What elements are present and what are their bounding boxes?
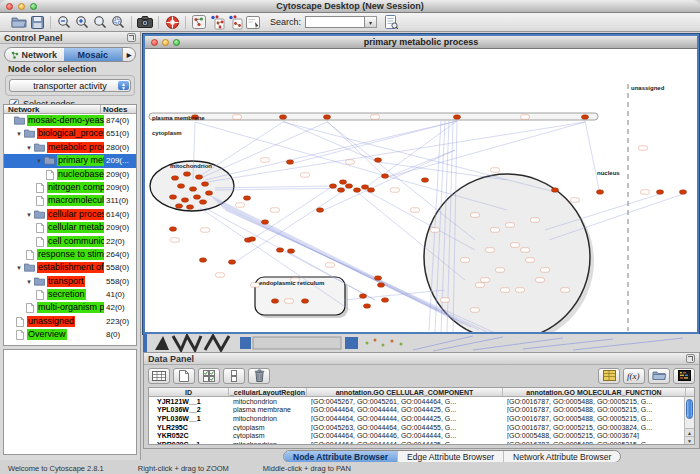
zoom-window-icon[interactable] <box>30 3 37 10</box>
network-node[interactable] <box>345 184 352 189</box>
node-color-dropdown[interactable]: transporter activity ▲▼ <box>9 79 131 92</box>
layout-b-icon[interactable] <box>226 14 244 30</box>
network-edge[interactable] <box>248 186 333 242</box>
table-row[interactable]: YDR039C__1mitochondrion[GO:0044464, GO:0… <box>149 440 694 445</box>
tab-network[interactable]: Network <box>5 48 64 61</box>
network-node[interactable] <box>551 188 558 193</box>
tree-row[interactable]: ▼transport558(0) <box>4 275 136 288</box>
frame-zoom-icon[interactable] <box>173 39 180 46</box>
network-node[interactable] <box>181 198 188 203</box>
close-window-icon[interactable] <box>6 3 13 10</box>
network-frame-titlebar[interactable]: primary metabolic process <box>145 36 697 49</box>
network-node[interactable] <box>287 249 294 254</box>
network-node[interactable] <box>183 172 190 177</box>
scroll-up-icon[interactable]: ▲ <box>685 428 694 436</box>
function-builder-icon[interactable]: f(x) <box>623 368 645 384</box>
network-edge[interactable] <box>197 122 283 178</box>
network-node[interactable] <box>271 299 278 304</box>
network-edge[interactable] <box>283 121 378 162</box>
network-node[interactable] <box>679 190 686 195</box>
attribute-matrix-icon[interactable] <box>673 368 695 384</box>
expand-triangle-icon[interactable]: ▼ <box>36 157 42 165</box>
network-node[interactable] <box>329 184 336 189</box>
network-node[interactable] <box>276 248 283 253</box>
table-row[interactable]: YKR052Ccytoplasm[GO:0044464, GO:0044446,… <box>149 431 694 440</box>
network-node[interactable] <box>421 178 428 183</box>
network-node[interactable] <box>656 190 663 195</box>
expand-triangle-icon[interactable]: ▼ <box>16 264 22 272</box>
network-edge[interactable] <box>201 122 327 178</box>
tree-row[interactable]: nucleobase-209(0) <box>4 168 136 181</box>
network-edge[interactable] <box>327 121 385 177</box>
zoom-out-icon[interactable] <box>55 14 73 30</box>
network-node[interactable] <box>353 188 360 193</box>
float-panel-icon[interactable] <box>127 33 136 42</box>
network-node[interactable] <box>201 182 208 187</box>
expand-triangle-icon[interactable]: ▼ <box>26 144 32 152</box>
search-input[interactable] <box>305 16 365 28</box>
tree-row[interactable]: multi-organism pro42(0) <box>4 301 136 314</box>
float-data-panel-icon[interactable] <box>686 354 695 363</box>
import-attributes-folder-icon[interactable] <box>648 368 670 384</box>
table-column-header[interactable]: annotation.GO CELLULAR_COMPONENT <box>307 388 503 396</box>
table-row[interactable]: YPL036W__1mitochondrion[GO:0044464, GO:0… <box>149 414 694 423</box>
network-node[interactable] <box>316 208 323 213</box>
attribute-select-icon[interactable] <box>148 368 170 384</box>
network-node[interactable] <box>363 304 370 309</box>
network-node[interactable] <box>195 175 202 180</box>
network-manager-icon[interactable] <box>190 14 208 30</box>
annotation-icon[interactable] <box>244 14 262 30</box>
network-node[interactable] <box>248 237 255 242</box>
snapshot-camera-icon[interactable] <box>136 14 154 30</box>
frame-close-icon[interactable] <box>151 39 158 46</box>
network-node[interactable] <box>286 160 293 165</box>
tree-row[interactable]: cellular metabol209(0) <box>4 221 136 234</box>
network-node[interactable] <box>453 115 460 120</box>
expand-triangle-icon[interactable]: ▼ <box>26 211 32 219</box>
network-node[interactable] <box>177 184 184 189</box>
network-node[interactable] <box>199 258 206 263</box>
network-canvas[interactable]: plasma membrane cytoplasm mitochondrion … <box>145 50 697 332</box>
network-node[interactable] <box>261 220 268 225</box>
search-dropdown-icon[interactable]: ▾ <box>365 16 377 28</box>
network-node[interactable] <box>189 187 196 192</box>
network-node[interactable] <box>301 299 308 304</box>
table-row[interactable]: YPL036W__2plasma membrane[GO:0044464, GO… <box>149 406 694 415</box>
network-node[interactable] <box>377 283 384 288</box>
tree-row[interactable]: ▼cellular process614(0) <box>4 208 136 221</box>
tree-row[interactable]: cell communicat22(0) <box>4 235 136 248</box>
network-node[interactable] <box>337 188 344 193</box>
network-edge[interactable] <box>283 122 555 192</box>
zoom-fit-icon[interactable] <box>91 14 109 30</box>
network-node[interactable] <box>323 115 330 120</box>
network-edge[interactable] <box>585 121 600 194</box>
expand-triangle-icon[interactable]: ▼ <box>26 278 32 286</box>
frame-minimize-icon[interactable] <box>162 39 169 46</box>
table-column-header[interactable]: _cellularLayoutRegion <box>229 388 307 396</box>
delete-attribute-trash-icon[interactable] <box>248 368 270 384</box>
network-node[interactable] <box>171 176 178 181</box>
scroll-down-icon[interactable]: ▼ <box>685 436 694 444</box>
save-session-icon[interactable] <box>28 14 46 30</box>
network-edge[interactable] <box>205 121 457 180</box>
network-node[interactable] <box>169 227 176 232</box>
tree-row[interactable]: secretion41(0) <box>4 288 136 301</box>
browser-tab[interactable]: Edge Attribute Browser <box>397 451 503 462</box>
network-node[interactable] <box>361 185 368 190</box>
zoom-in-icon[interactable] <box>73 14 91 30</box>
layout-a-icon[interactable] <box>208 14 226 30</box>
table-column-header[interactable]: annotation.GO MOLECULAR_FUNCTION <box>503 388 686 396</box>
tree-row[interactable]: ▼metabolic process280(0) <box>4 141 136 154</box>
search-options-icon[interactable] <box>382 14 400 30</box>
zoom-selected-icon[interactable] <box>109 14 127 30</box>
network-node[interactable] <box>175 204 182 209</box>
network-node[interactable] <box>205 191 212 196</box>
tree-row[interactable]: mosaic-demo-yeast874(0) <box>4 114 136 127</box>
table-scrollbar[interactable]: ▲ ▼ <box>684 397 694 444</box>
network-node[interactable] <box>381 298 388 303</box>
tree-row[interactable]: Overview8(0) <box>4 328 136 341</box>
scrollbar-thumb[interactable] <box>686 399 693 419</box>
network-node[interactable] <box>339 180 346 185</box>
browser-tab[interactable]: Node Attribute Browser <box>284 451 397 462</box>
network-node[interactable] <box>596 190 603 195</box>
